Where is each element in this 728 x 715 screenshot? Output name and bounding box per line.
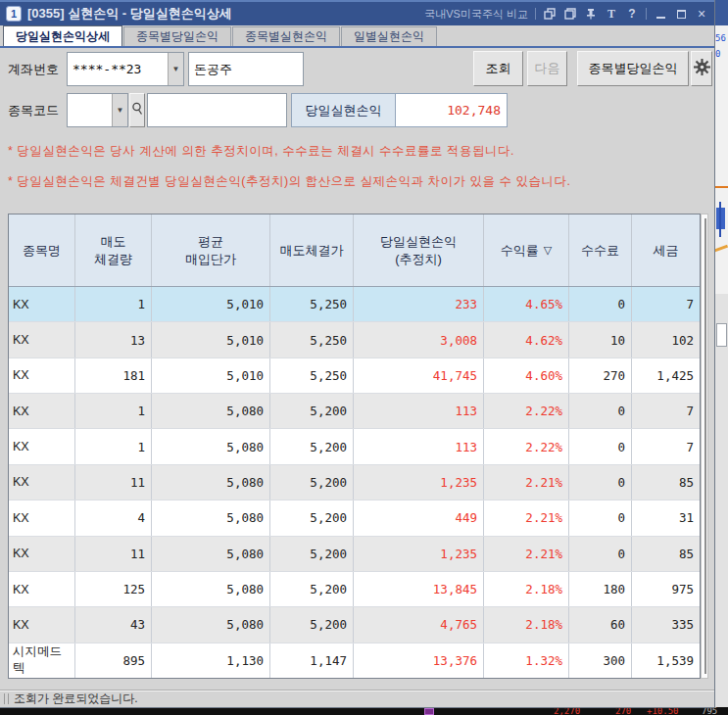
column-header[interactable]: 수수료 — [569, 214, 632, 286]
tab-daily-pl-by-stock[interactable]: 종목별당일손익 — [123, 26, 231, 46]
cell: 13,376 — [354, 644, 484, 678]
cell: KX — [9, 537, 75, 571]
table-row[interactable]: KX1815,0105,25041,7454.60%2701,425 — [9, 358, 700, 394]
chevron-down-icon[interactable]: ▼ — [112, 94, 127, 126]
table-row[interactable]: KX15,0805,2001132.22%07 — [9, 429, 700, 464]
cell: KX — [9, 572, 75, 606]
cell: 300 — [569, 644, 632, 678]
cell: 43 — [75, 607, 152, 642]
cell: 335 — [632, 607, 700, 642]
cell: 181 — [75, 358, 152, 393]
cell: 11 — [75, 537, 152, 571]
window-title: [0355] 실현손익 - 당일실현손익상세 — [27, 5, 232, 23]
cell: 5,200 — [270, 429, 354, 463]
account-select[interactable]: ****-**23 ▼ — [67, 52, 184, 86]
table-row[interactable]: KX1255,0805,20013,8452.18%180975 — [9, 572, 700, 607]
table-row[interactable]: KX15,0105,2502334.65%07 — [9, 287, 700, 322]
stock-code-select[interactable]: ▼ — [67, 93, 128, 127]
cell: KX — [9, 358, 75, 393]
cell: 180 — [569, 572, 632, 606]
font-size-icon[interactable]: T — [605, 7, 618, 21]
cell: KX — [9, 465, 75, 500]
help-icon[interactable]: ? — [625, 7, 639, 21]
duplicate-window-icon[interactable] — [563, 7, 577, 21]
table-row[interactable]: KX135,0105,2503,0084.62%10102 — [9, 322, 700, 358]
cell: KX — [9, 500, 75, 535]
daily-pl-by-stock-button[interactable]: 종목별당일손익 — [577, 51, 689, 86]
cell: 1.32% — [484, 644, 569, 678]
column-header[interactable]: 평균 매입단가 — [152, 214, 270, 286]
cell: 13,845 — [354, 572, 484, 606]
popout-icon[interactable] — [543, 7, 557, 21]
column-header[interactable]: 수익률▽ — [484, 214, 569, 286]
table-row[interactable]: KX115,0805,2001,2352.21%085 — [9, 465, 700, 500]
screen: 56 0 2,270 270 +10.50 795 1 [0355] 실현손익 … — [0, 0, 728, 715]
cell: 5,250 — [270, 358, 354, 393]
column-header[interactable]: 당일실현손익 (추정치) — [354, 214, 484, 286]
tab-realized-pl-by-stock[interactable]: 종목별실현손익 — [232, 26, 340, 46]
cell: 5,010 — [152, 358, 270, 393]
cell: 5,080 — [152, 537, 270, 571]
cell: 5,080 — [152, 500, 270, 535]
minimize-button[interactable] — [654, 7, 667, 21]
cell: 1 — [75, 287, 152, 321]
column-header[interactable]: 세금 — [632, 214, 700, 286]
gear-icon — [694, 59, 710, 78]
pin-icon[interactable] — [584, 7, 598, 21]
cell: 449 — [354, 500, 484, 535]
table-row[interactable]: 시지메드텍8951,1301,14713,3761.32%3001,539 — [9, 644, 700, 678]
chevron-down-icon[interactable]: ▼ — [168, 53, 183, 85]
daily-realized-pl-label: 당일실현손익 — [291, 93, 396, 127]
account-holder-field[interactable] — [188, 52, 304, 86]
cell: KX — [9, 287, 75, 321]
table-row[interactable]: KX435,0805,2004,7652.18%60335 — [9, 607, 700, 643]
status-bar: 조회가 완료되었습니다. — [0, 690, 714, 707]
cell: 2.21% — [484, 465, 569, 500]
taskbar-app-icon — [424, 708, 434, 715]
close-button[interactable]: × — [695, 7, 708, 21]
table-row[interactable]: KX15,0805,2001132.22%07 — [9, 394, 700, 429]
tab-daily-realized-detail[interactable]: 당일실현손익상세 — [3, 25, 122, 46]
cell: 270 — [569, 358, 632, 393]
cell: 0 — [569, 537, 632, 571]
background-number-fragment: +10.50 — [647, 706, 679, 715]
column-header[interactable]: 매도체결가 — [270, 214, 354, 286]
cell: 5,080 — [152, 429, 270, 463]
stock-code-label: 종목코드 — [8, 102, 59, 119]
settings-button[interactable] — [691, 51, 712, 86]
stock-search-button[interactable] — [129, 93, 145, 127]
table-header-row: 종목명매도 체결량평균 매입단가매도체결가당일실현손익 (추정치)수익률▽수수료… — [9, 214, 700, 287]
compare-us-stock-link[interactable]: 국내VS미국주식 비교 — [424, 7, 528, 22]
tab-realized-pl-by-date[interactable]: 일별실현손익 — [341, 26, 437, 46]
maximize-button[interactable] — [674, 7, 688, 21]
cell: 2.21% — [484, 537, 569, 571]
cell: 233 — [354, 287, 484, 321]
table-scrollbar[interactable] — [701, 214, 708, 679]
cell: 10 — [569, 322, 632, 357]
cell: 85 — [632, 537, 700, 571]
table-row[interactable]: KX45,0805,2004492.21%031 — [9, 500, 700, 536]
cell: 7 — [632, 429, 700, 463]
scrollbar-thumb[interactable] — [704, 218, 706, 674]
account-select-value: ****-**23 — [73, 53, 141, 85]
cell: 2.22% — [484, 429, 569, 463]
cell: 4.65% — [484, 287, 569, 321]
background-window-fragment — [714, 294, 728, 715]
cell: 4 — [75, 500, 152, 535]
background-chart-fragment — [719, 202, 721, 237]
titlebar[interactable]: 1 [0355] 실현손익 - 당일실현손익상세 국내VS미국주식 비교 T ? — [0, 0, 714, 25]
cell: 13 — [75, 322, 152, 357]
next-button[interactable]: 다음 — [527, 51, 567, 86]
cell: 1,235 — [354, 537, 484, 571]
table-row[interactable]: KX115,0805,2001,2352.21%085 — [9, 537, 700, 572]
cell: 60 — [569, 607, 632, 642]
background-text-fragment: 0 — [715, 49, 720, 59]
column-header[interactable]: 매도 체결량 — [75, 214, 152, 286]
stock-name-field[interactable] — [147, 93, 287, 127]
query-button[interactable]: 조회 — [473, 51, 523, 86]
cell: 102 — [632, 322, 700, 357]
notice-line: * 당일실현손익은 체결건별 당일실현손익(추정치)의 합산으로 실제손익과 차… — [8, 173, 570, 190]
column-header[interactable]: 종목명 — [9, 214, 75, 286]
cell: 0 — [569, 429, 632, 463]
cell: 5,010 — [152, 322, 270, 357]
